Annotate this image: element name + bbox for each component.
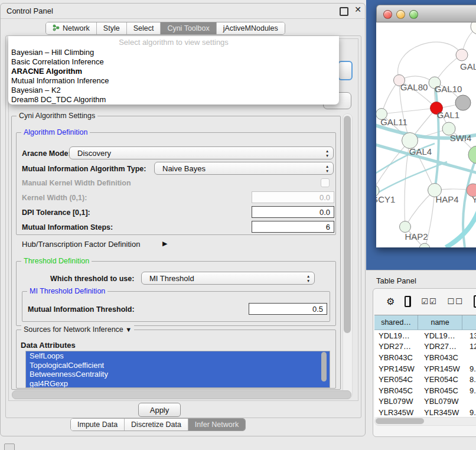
table-panel: Table Panel ⚙ ☑☑ ☐☐ shared… name YDL19…Y… [366,270,476,450]
table-cell[interactable]: 13 [466,331,476,340]
hub-definition-label[interactable]: Hub/Transcription Factor Definition [22,240,140,249]
algorithm-combo-button[interactable] [338,61,353,80]
table-hscrollbar-thumb[interactable] [376,418,424,424]
node-label: GAL10 [435,84,462,94]
aracne-mode-combo[interactable]: Discovery ▴▾ [69,146,334,159]
table-cell[interactable]: YER054C [374,375,420,384]
table-row[interactable]: YDR27…YDR27…12 [374,341,476,353]
table-cell[interactable]: YDL19… [374,331,420,340]
network-node[interactable] [419,243,430,247]
algorithm-option[interactable]: ARACNE Algorithm [11,67,337,76]
checked-columns-icon[interactable]: ☑☑ [421,297,437,306]
algorithm-option[interactable]: Bayesian – K2 [11,86,337,95]
which-threshold-combo[interactable]: MI Threshold ▴▾ [141,272,315,285]
table-row[interactable]: YBR043CYBR043C [374,352,476,363]
table-cell[interactable]: 9. [466,364,476,373]
manual-kernel-width-checkbox[interactable] [321,178,330,187]
tab-network[interactable]: Network [46,22,97,34]
table-cell[interactable]: YDR27… [420,342,466,351]
network-window-titlebar[interactable] [376,5,476,22]
algorithm-option[interactable]: Dream8 DC_TDC Algorithm [11,95,337,105]
minimized-panel-icon[interactable] [4,444,15,450]
table-header-row: shared… name [374,315,476,330]
close-traffic-light[interactable] [383,10,392,19]
column-header[interactable] [462,315,476,330]
collapse-arrow-icon[interactable]: ▼ [125,326,132,333]
combo-value: Discovery [77,149,111,158]
node-label: GAL1 [437,110,459,120]
mi-algorithm-type-combo[interactable]: Naive Bayes ▴▾ [154,162,334,175]
horizontal-scrollbar-thumb[interactable] [12,390,351,399]
apply-button[interactable]: Apply [138,403,181,417]
vertical-scrollbar-thumb[interactable] [344,116,351,333]
tab-infer-network[interactable]: Infer Network [188,419,245,431]
table-row[interactable]: YBR045CYBR045C9. [374,385,476,396]
mi-threshold-field[interactable] [249,303,327,315]
table-row[interactable]: YDL19…YDL19…13 [374,330,476,341]
group-title: Threshold Definition [21,257,92,265]
tab-select[interactable]: Select [127,22,161,34]
unchecked-columns-icon[interactable]: ☐☐ [448,297,464,306]
attribute-list-scrollbar-thumb[interactable] [321,352,327,381]
table-row[interactable]: YLR345WYLR345W9. [374,407,476,417]
node-table: shared… name YDL19…YDL19…13YDR27…YDR27…1… [374,315,476,417]
tab-style[interactable]: Style [97,22,127,34]
table-cell[interactable]: YBR045C [420,386,466,395]
expand-arrow-icon[interactable]: ▶ [162,240,167,247]
tab-jactivemnodules[interactable]: jActiveMNodules [217,22,285,34]
network-node[interactable] [456,49,468,61]
table-cell[interactable]: YDR27… [374,342,420,351]
table-cell[interactable]: 8. [466,375,476,384]
attribute-list-item[interactable]: BetweennessCentrality [26,370,330,379]
network-node[interactable] [400,221,411,233]
table-cell[interactable]: YER054C [420,375,466,384]
float-window-icon[interactable] [340,7,348,16]
attribute-list-item[interactable]: TopologicalCoefficient [26,361,330,370]
table-cell[interactable]: YBR043C [374,353,420,362]
table-cell[interactable]: YBR043C [420,353,466,362]
mi-steps-field[interactable] [252,221,334,233]
algorithm-option[interactable]: Bayesian – Hill Climbing [11,48,337,57]
dpi-tolerance-field[interactable] [252,206,334,218]
table-row[interactable]: YBL079WYBL079W [374,396,476,407]
zoom-traffic-light[interactable] [409,10,418,19]
table-cell[interactable]: YBL079W [374,397,420,406]
algorithm-option[interactable]: Mutual Information Inference [11,76,337,86]
table-cell[interactable]: YBL079W [420,397,466,406]
table-cell[interactable]: YPR145W [420,364,466,373]
gear-icon[interactable]: ⚙ [386,296,395,307]
table-row[interactable]: YER054CYER054C8. [374,374,476,385]
tab-label: Select [133,24,154,32]
network-node[interactable] [468,146,476,164]
data-attributes-list[interactable]: SelfLoopsTopologicalCoefficientBetweenne… [25,351,330,388]
minimize-traffic-light[interactable] [396,10,405,19]
kernel-width-field[interactable] [252,191,334,203]
attribute-list-item[interactable]: SelfLoops [26,351,330,361]
aracne-mode-label: Aracne Mode: [22,149,71,158]
table-body: YDL19…YDL19…13YDR27…YDR27…12YBR043CYBR04… [374,330,476,417]
node-label: GAL80 [400,82,428,92]
network-node[interactable] [455,95,471,110]
table-cell[interactable]: YBR045C [374,386,420,395]
document-icon[interactable] [474,295,476,308]
table-row[interactable]: YPR145WYPR145W9. [374,363,476,374]
table-cell[interactable]: YPR145W [374,364,420,373]
network-view-window[interactable]: GALGAL80GAL10GAL1GAL11SWI4GAL4GCY1HAP4YH… [376,5,476,247]
close-icon[interactable]: ✕ [354,5,361,14]
table-cell[interactable]: 9. [466,408,476,417]
table-cell[interactable]: 12 [466,342,476,351]
column-header[interactable]: name [418,315,462,330]
tab-cyni-toolbox[interactable]: Cyni Toolbox [161,22,216,34]
table-cell[interactable]: 9. [466,386,476,395]
split-columns-icon[interactable] [405,296,411,307]
attribute-list-item[interactable]: gal4RGexp [26,379,330,389]
network-canvas[interactable]: GALGAL80GAL10GAL1GAL11SWI4GAL4GCY1HAP4YH… [376,22,476,247]
table-cell[interactable]: YDL19… [420,331,466,340]
tab-discretize-data[interactable]: Discretize Data [125,419,188,431]
node-label: HAP2 [405,231,428,242]
column-header[interactable]: shared… [374,315,418,330]
table-cell[interactable]: YLR345W [420,408,466,417]
tab-impute-data[interactable]: Impute Data [71,419,125,431]
algorithm-option[interactable]: Basic Correlation Inference [11,57,337,67]
table-cell[interactable]: YLR345W [374,408,420,417]
